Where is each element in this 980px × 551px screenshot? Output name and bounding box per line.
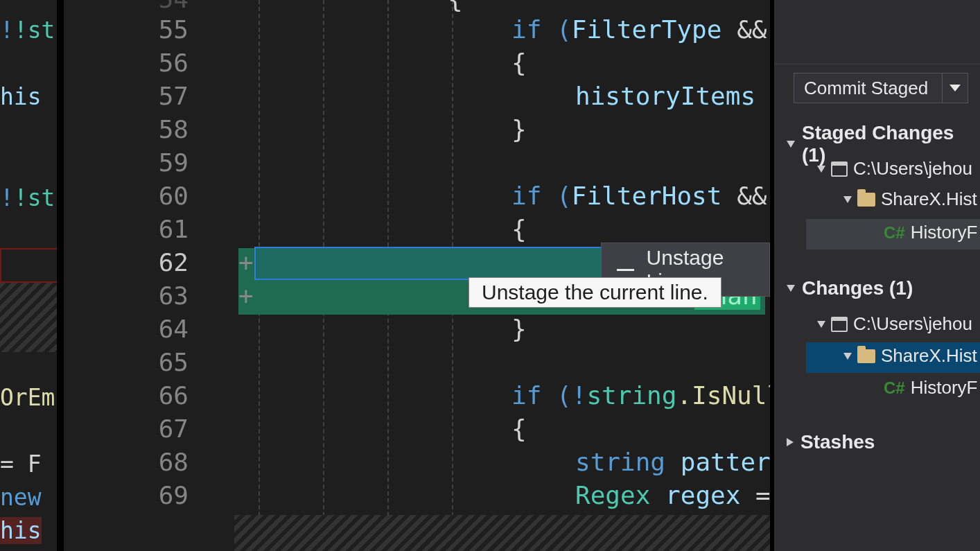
tree-row-repo[interactable]: C:\Users\jehou — [817, 313, 972, 335]
tree-label: HistoryF — [911, 377, 978, 399]
line-number: 60 — [119, 182, 189, 210]
commit-dropdown-toggle[interactable] — [942, 73, 968, 103]
clip-text: new — [0, 484, 42, 511]
line-number: 56 — [119, 49, 189, 77]
commit-button-label: Commit Staged — [794, 78, 942, 99]
section-header[interactable]: Changes (1) — [787, 277, 980, 299]
line-number: 55 — [119, 15, 189, 44]
clip-hatched — [0, 283, 57, 352]
clip-text: !!str — [0, 184, 64, 211]
expand-icon — [817, 166, 825, 173]
line-number: 65 — [119, 348, 189, 376]
line-number: 68 — [119, 448, 189, 476]
clip-text: OrEm — [0, 384, 55, 411]
tree-row-file[interactable]: C# HistoryF — [884, 377, 977, 399]
panel-top-spacer — [774, 0, 980, 64]
tree-label: C:\Users\jehou — [853, 313, 972, 335]
stashes-section[interactable]: Stashes — [787, 431, 980, 453]
code-text: if (FilterType && !st — [511, 15, 770, 44]
code-text: } — [511, 115, 527, 143]
code-text: { — [448, 0, 463, 13]
repo-icon — [831, 161, 848, 177]
chevron-down-icon — [950, 85, 961, 91]
code-editor[interactable]: 54 55 56 57 58 59 60 61 62 63 64 65 66 6… — [64, 0, 770, 551]
line-number: 63 — [119, 281, 189, 310]
repo-icon — [831, 317, 848, 332]
collapse-icon — [787, 438, 794, 446]
line-number: 59 — [119, 148, 189, 177]
line-number: 57 — [119, 82, 189, 110]
expand-icon — [787, 285, 795, 292]
line-number: 66 — [119, 381, 189, 410]
tree-row-repo[interactable]: C:\Users\jehou — [817, 158, 972, 180]
editor-bottom-hatch — [234, 515, 770, 551]
line-number: 61 — [119, 215, 189, 243]
tree-row-project[interactable]: ShareX.Hist — [843, 345, 977, 367]
section-title: Stashes — [800, 431, 875, 453]
app-root: !!str his !!str his OrEm = F new his 54 … — [0, 0, 980, 551]
code-text: Regex regex = new — [575, 481, 770, 509]
code-text: historyItems = h — [575, 82, 770, 110]
section-title: Changes (1) — [802, 277, 913, 299]
code-text: } — [511, 315, 527, 343]
line-number: 62 — [119, 248, 189, 277]
tree-row-project[interactable]: ShareX.Hist — [843, 189, 977, 210]
code-text: string pattern = — [575, 448, 770, 476]
tree-label: C:\Users\jehou — [853, 158, 972, 180]
csharp-file-icon: C# — [884, 378, 905, 398]
folder-icon — [857, 193, 875, 207]
clip-text: his — [0, 83, 42, 110]
line-number: 58 — [119, 115, 189, 143]
code-text: { — [511, 215, 527, 243]
expand-icon — [787, 141, 795, 148]
line-number-gutter: 54 55 56 57 58 59 60 61 62 63 64 65 66 6… — [64, 0, 230, 551]
clip-text: = F — [0, 451, 42, 478]
tree-row-file[interactable]: C# HistoryF — [884, 222, 977, 243]
tree-label: ShareX.Hist — [881, 189, 977, 210]
commit-staged-button[interactable]: Commit Staged — [794, 73, 968, 103]
tree-label: ShareX.Hist — [881, 345, 977, 367]
expand-icon — [843, 196, 852, 203]
expand-icon — [843, 353, 852, 360]
clip-del-box: his — [0, 248, 60, 283]
folder-icon — [857, 349, 875, 363]
line-number: 67 — [119, 414, 189, 443]
line-number: 69 — [119, 481, 189, 509]
section-header[interactable]: Stashes — [787, 431, 980, 453]
left-diff-strip: !!str his !!str his OrEm = F new his — [0, 0, 64, 551]
clip-text: his — [0, 517, 42, 544]
line-number: 54 — [119, 0, 189, 13]
clip-text: !!str — [0, 17, 64, 44]
unstage-tooltip: Unstage the current line. — [469, 277, 721, 308]
minus-icon — [617, 269, 634, 271]
csharp-file-icon: C# — [884, 223, 905, 243]
line-number: 64 — [119, 315, 189, 343]
code-text: { — [511, 414, 527, 443]
code-text: { — [511, 49, 527, 77]
git-changes-panel: Commit Staged Staged Changes (1) C:\User… — [770, 0, 980, 551]
tree-label: HistoryF — [911, 222, 978, 243]
changes-section[interactable]: Changes (1) — [787, 277, 980, 299]
expand-icon — [817, 321, 825, 328]
code-text: if (FilterHost && !st — [511, 182, 770, 210]
code-text: if (!string.IsNullOr — [511, 381, 770, 410]
